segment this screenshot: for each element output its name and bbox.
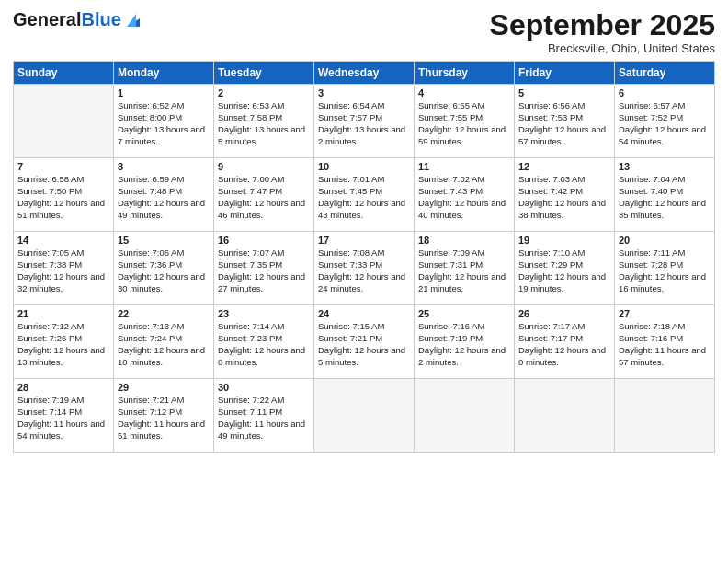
day-info: Sunrise: 7:12 AMSunset: 7:26 PMDaylight:… <box>17 321 109 368</box>
calendar-cell: 8Sunrise: 6:59 AMSunset: 7:48 PMDaylight… <box>114 158 214 232</box>
day-number: 25 <box>418 308 510 319</box>
day-number: 27 <box>619 308 711 319</box>
day-number: 22 <box>118 308 210 319</box>
header-day-sunday: Sunday <box>14 62 114 85</box>
day-info: Sunrise: 7:10 AMSunset: 7:29 PMDaylight:… <box>518 247 610 294</box>
calendar-cell <box>515 379 615 453</box>
day-number: 30 <box>218 382 310 393</box>
calendar-cell: 19Sunrise: 7:10 AMSunset: 7:29 PMDayligh… <box>515 232 615 305</box>
calendar-table: SundayMondayTuesdayWednesdayThursdayFrid… <box>13 61 715 453</box>
header-day-thursday: Thursday <box>415 62 515 85</box>
day-info: Sunrise: 7:00 AMSunset: 7:47 PMDaylight:… <box>218 174 310 221</box>
day-info: Sunrise: 7:01 AMSunset: 7:45 PMDaylight:… <box>318 174 410 221</box>
header-day-friday: Friday <box>515 62 615 85</box>
main-container: General Blue September 2025 Brecksville,… <box>0 0 728 460</box>
calendar-cell: 2Sunrise: 6:53 AMSunset: 7:58 PMDaylight… <box>214 85 314 158</box>
day-number: 6 <box>619 87 711 98</box>
calendar-cell <box>415 379 515 453</box>
calendar-cell <box>314 379 415 453</box>
day-number: 8 <box>118 161 210 172</box>
logo-blue: Blue <box>81 9 120 30</box>
day-info: Sunrise: 7:04 AMSunset: 7:40 PMDaylight:… <box>619 174 711 221</box>
day-info: Sunrise: 6:52 AMSunset: 8:00 PMDaylight:… <box>118 100 210 147</box>
day-info: Sunrise: 7:18 AMSunset: 7:16 PMDaylight:… <box>619 321 711 368</box>
day-number: 16 <box>218 235 310 246</box>
day-info: Sunrise: 7:14 AMSunset: 7:23 PMDaylight:… <box>218 321 310 368</box>
calendar-cell: 12Sunrise: 7:03 AMSunset: 7:42 PMDayligh… <box>515 158 615 232</box>
calendar-cell: 22Sunrise: 7:13 AMSunset: 7:24 PMDayligh… <box>114 305 214 379</box>
calendar-cell: 9Sunrise: 7:00 AMSunset: 7:47 PMDaylight… <box>214 158 314 232</box>
title-block: September 2025 Brecksville, Ohio, United… <box>490 9 715 55</box>
day-info: Sunrise: 7:02 AMSunset: 7:43 PMDaylight:… <box>418 174 510 221</box>
day-number: 10 <box>318 161 410 172</box>
day-info: Sunrise: 6:56 AMSunset: 7:53 PMDaylight:… <box>518 100 610 147</box>
calendar-cell: 5Sunrise: 6:56 AMSunset: 7:53 PMDaylight… <box>515 85 615 158</box>
day-info: Sunrise: 7:17 AMSunset: 7:17 PMDaylight:… <box>518 321 610 368</box>
calendar-cell: 23Sunrise: 7:14 AMSunset: 7:23 PMDayligh… <box>214 305 314 379</box>
day-number: 29 <box>118 382 210 393</box>
calendar-cell: 6Sunrise: 6:57 AMSunset: 7:52 PMDaylight… <box>615 85 715 158</box>
calendar-week-3: 14Sunrise: 7:05 AMSunset: 7:38 PMDayligh… <box>14 232 715 305</box>
day-info: Sunrise: 7:03 AMSunset: 7:42 PMDaylight:… <box>518 174 610 221</box>
day-number: 13 <box>619 161 711 172</box>
day-info: Sunrise: 6:57 AMSunset: 7:52 PMDaylight:… <box>619 100 711 147</box>
header-day-tuesday: Tuesday <box>214 62 314 85</box>
calendar-cell: 3Sunrise: 6:54 AMSunset: 7:57 PMDaylight… <box>314 85 415 158</box>
day-number: 3 <box>318 87 410 98</box>
day-number: 9 <box>218 161 310 172</box>
calendar-week-1: 1Sunrise: 6:52 AMSunset: 8:00 PMDaylight… <box>14 85 715 158</box>
header-row: General Blue September 2025 Brecksville,… <box>13 9 715 55</box>
day-number: 24 <box>318 308 410 319</box>
calendar-cell: 11Sunrise: 7:02 AMSunset: 7:43 PMDayligh… <box>415 158 515 232</box>
day-number: 28 <box>17 382 109 393</box>
day-info: Sunrise: 7:16 AMSunset: 7:19 PMDaylight:… <box>418 321 510 368</box>
calendar-cell: 15Sunrise: 7:06 AMSunset: 7:36 PMDayligh… <box>114 232 214 305</box>
calendar-cell: 27Sunrise: 7:18 AMSunset: 7:16 PMDayligh… <box>615 305 715 379</box>
day-info: Sunrise: 7:19 AMSunset: 7:14 PMDaylight:… <box>17 395 109 442</box>
month-title: September 2025 <box>490 9 715 41</box>
svg-marker-1 <box>127 14 136 27</box>
calendar-week-5: 28Sunrise: 7:19 AMSunset: 7:14 PMDayligh… <box>14 379 715 453</box>
calendar-cell: 29Sunrise: 7:21 AMSunset: 7:12 PMDayligh… <box>114 379 214 453</box>
day-info: Sunrise: 7:05 AMSunset: 7:38 PMDaylight:… <box>17 247 109 294</box>
day-number: 7 <box>17 161 109 172</box>
day-number: 5 <box>518 87 610 98</box>
calendar-cell: 16Sunrise: 7:07 AMSunset: 7:35 PMDayligh… <box>214 232 314 305</box>
calendar-cell: 13Sunrise: 7:04 AMSunset: 7:40 PMDayligh… <box>615 158 715 232</box>
calendar-cell: 20Sunrise: 7:11 AMSunset: 7:28 PMDayligh… <box>615 232 715 305</box>
day-number: 11 <box>418 161 510 172</box>
day-info: Sunrise: 7:08 AMSunset: 7:33 PMDaylight:… <box>318 247 410 294</box>
day-number: 1 <box>118 87 210 98</box>
calendar-week-4: 21Sunrise: 7:12 AMSunset: 7:26 PMDayligh… <box>14 305 715 379</box>
calendar-cell: 26Sunrise: 7:17 AMSunset: 7:17 PMDayligh… <box>515 305 615 379</box>
day-info: Sunrise: 6:53 AMSunset: 7:58 PMDaylight:… <box>218 100 310 147</box>
calendar-cell <box>615 379 715 453</box>
calendar-header-row: SundayMondayTuesdayWednesdayThursdayFrid… <box>14 62 715 85</box>
day-info: Sunrise: 7:11 AMSunset: 7:28 PMDaylight:… <box>619 247 711 294</box>
day-info: Sunrise: 7:06 AMSunset: 7:36 PMDaylight:… <box>118 247 210 294</box>
calendar-cell: 21Sunrise: 7:12 AMSunset: 7:26 PMDayligh… <box>14 305 114 379</box>
calendar-cell: 4Sunrise: 6:55 AMSunset: 7:55 PMDaylight… <box>415 85 515 158</box>
day-info: Sunrise: 7:09 AMSunset: 7:31 PMDaylight:… <box>418 247 510 294</box>
day-info: Sunrise: 6:58 AMSunset: 7:50 PMDaylight:… <box>17 174 109 221</box>
logo-icon <box>123 10 143 30</box>
day-number: 19 <box>518 235 610 246</box>
day-number: 23 <box>218 308 310 319</box>
logo: General Blue <box>13 9 143 30</box>
calendar-cell: 14Sunrise: 7:05 AMSunset: 7:38 PMDayligh… <box>14 232 114 305</box>
day-number: 21 <box>17 308 109 319</box>
calendar-cell: 18Sunrise: 7:09 AMSunset: 7:31 PMDayligh… <box>415 232 515 305</box>
header-day-monday: Monday <box>114 62 214 85</box>
header-day-wednesday: Wednesday <box>314 62 415 85</box>
calendar-cell: 1Sunrise: 6:52 AMSunset: 8:00 PMDaylight… <box>114 85 214 158</box>
day-number: 14 <box>17 235 109 246</box>
day-info: Sunrise: 7:15 AMSunset: 7:21 PMDaylight:… <box>318 321 410 368</box>
calendar-cell: 17Sunrise: 7:08 AMSunset: 7:33 PMDayligh… <box>314 232 415 305</box>
day-number: 2 <box>218 87 310 98</box>
day-info: Sunrise: 6:54 AMSunset: 7:57 PMDaylight:… <box>318 100 410 147</box>
day-number: 17 <box>318 235 410 246</box>
calendar-cell: 28Sunrise: 7:19 AMSunset: 7:14 PMDayligh… <box>14 379 114 453</box>
location: Brecksville, Ohio, United States <box>490 41 715 55</box>
day-info: Sunrise: 7:22 AMSunset: 7:11 PMDaylight:… <box>218 395 310 442</box>
day-number: 4 <box>418 87 510 98</box>
